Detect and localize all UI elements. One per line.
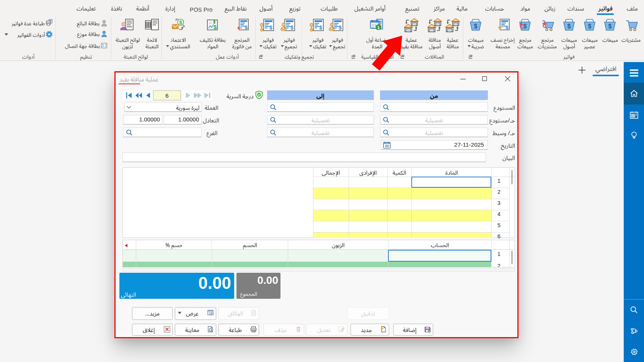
svg-text:$: $ — [523, 23, 527, 29]
svg-text:$: $ — [474, 23, 478, 29]
svg-text:$: $ — [567, 23, 571, 29]
svg-text:$: $ — [608, 23, 612, 29]
svg-text:$: $ — [505, 25, 509, 30]
svg-text:$: $ — [588, 23, 592, 29]
